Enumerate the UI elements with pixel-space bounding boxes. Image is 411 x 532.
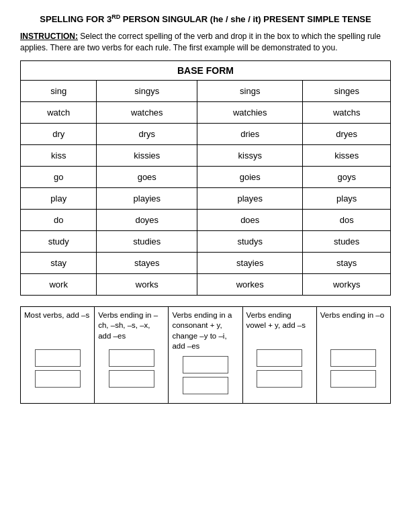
table-cell: go bbox=[21, 166, 97, 187]
table-cell: dries bbox=[197, 123, 303, 144]
table-cell: plays bbox=[303, 187, 391, 209]
category-title: Verbs ending vowel + y, add –s bbox=[246, 310, 313, 345]
table-cell: stay bbox=[21, 252, 97, 273]
drop-box[interactable] bbox=[109, 349, 154, 367]
table-cell: workes bbox=[197, 273, 303, 295]
table-cell: dryes bbox=[303, 123, 391, 144]
category-title: Verbs ending in a consonant + y, change … bbox=[172, 310, 238, 352]
table-cell: drys bbox=[97, 123, 197, 144]
category-most-verbs: Most verbs, add –s bbox=[21, 307, 95, 403]
table-cell: play bbox=[21, 187, 97, 209]
table-cell: kissies bbox=[97, 144, 197, 166]
table-cell: dry bbox=[21, 123, 97, 144]
table-header: BASE FORM bbox=[21, 60, 391, 80]
table-cell: watches bbox=[97, 101, 197, 123]
drop-box[interactable] bbox=[257, 370, 302, 388]
table-cell: stayies bbox=[197, 252, 303, 273]
table-cell: playes bbox=[197, 187, 303, 209]
drop-box[interactable] bbox=[183, 356, 228, 373]
table-cell: kissys bbox=[197, 144, 303, 166]
table-cell: kisses bbox=[303, 144, 391, 166]
table-cell: goies bbox=[197, 166, 303, 187]
drop-box[interactable] bbox=[183, 377, 228, 394]
categories-section: Most verbs, add –sVerbs ending in –ch, –… bbox=[20, 306, 391, 404]
table-cell: dos bbox=[303, 209, 391, 230]
table-cell: goes bbox=[97, 166, 197, 187]
table-cell: work bbox=[21, 273, 97, 295]
category-title: Verbs ending in –o bbox=[320, 310, 387, 345]
category-verbs-o: Verbs ending in –o bbox=[317, 307, 390, 403]
table-cell: doyes bbox=[97, 209, 197, 230]
drop-box[interactable] bbox=[330, 370, 376, 388]
category-verbs-ch-sh: Verbs ending in –ch, –sh, –s, –x, add –e… bbox=[95, 307, 169, 403]
drop-box[interactable] bbox=[330, 349, 376, 367]
table-cell: studes bbox=[303, 230, 391, 252]
instruction: INSTRUCTION: Select the correct spelling… bbox=[20, 31, 391, 54]
page-title: SPELLING FOR 3RD PERSON SINGULAR (he / s… bbox=[20, 13, 391, 24]
table-cell: goys bbox=[303, 166, 391, 187]
table-cell: stayes bbox=[97, 252, 197, 273]
table-cell: singys bbox=[97, 80, 197, 101]
table-cell: kiss bbox=[21, 144, 97, 166]
table-cell: singes bbox=[303, 80, 391, 101]
spelling-table: BASE FORM singsingyssingssingeswatchwatc… bbox=[20, 60, 391, 296]
table-cell: studies bbox=[97, 230, 197, 252]
table-cell: watchs bbox=[303, 101, 391, 123]
table-cell: workys bbox=[303, 273, 391, 295]
table-cell: watch bbox=[21, 101, 97, 123]
table-cell: watchies bbox=[197, 101, 303, 123]
category-verbs-consonant-y: Verbs ending in a consonant + y, change … bbox=[169, 307, 242, 403]
drop-box[interactable] bbox=[35, 370, 81, 388]
table-cell: study bbox=[21, 230, 97, 252]
table-cell: do bbox=[21, 209, 97, 230]
drop-box[interactable] bbox=[257, 349, 302, 367]
drop-box[interactable] bbox=[109, 370, 154, 388]
table-cell: works bbox=[97, 273, 197, 295]
category-title: Verbs ending in –ch, –sh, –s, –x, add –e… bbox=[98, 310, 165, 345]
table-cell: playies bbox=[97, 187, 197, 209]
table-cell: does bbox=[197, 209, 303, 230]
table-cell: stays bbox=[303, 252, 391, 273]
table-cell: sings bbox=[197, 80, 303, 101]
category-title: Most verbs, add –s bbox=[24, 310, 91, 345]
table-cell: studys bbox=[197, 230, 303, 252]
drop-box[interactable] bbox=[35, 349, 81, 367]
category-verbs-vowel-y: Verbs ending vowel + y, add –s bbox=[243, 307, 317, 403]
table-cell: sing bbox=[21, 80, 97, 101]
